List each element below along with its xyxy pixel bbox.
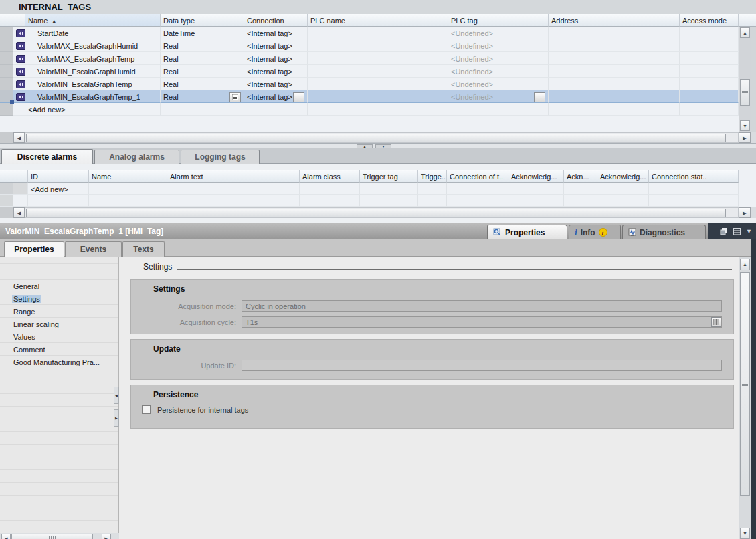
float-window-icon[interactable] [720,227,728,235]
tag-column-header-plcname[interactable]: PLC name [308,14,448,27]
tag-connection-cell[interactable]: <Internal tag> [244,52,308,65]
table-row[interactable]: ValorMIN_EscalaGraphHumid Real <Internal… [0,65,739,78]
tag-datatype-cell[interactable]: Real [161,52,244,65]
alarm-table-horizontal-scrollbar[interactable]: ◀ ▶ [0,207,756,218]
add-new-alarm-label[interactable]: <Add new> [28,183,89,195]
scroll-left-button[interactable]: ◀ [13,132,25,143]
tag-plctag-cell[interactable]: <Undefined> [448,39,549,52]
row-header[interactable] [0,52,13,65]
tag-accessmode-cell[interactable] [680,27,739,39]
tag-accessmode-cell[interactable] [680,90,739,103]
vertical-scroll-thumb[interactable] [740,79,750,106]
tag-plcname-cell[interactable] [308,52,448,65]
tag-column-header-accessmode[interactable]: Access mode [680,14,739,27]
pane-splitter[interactable]: ▲ ▼ [0,143,756,148]
vertical-scroll-thumb[interactable] [740,272,750,496]
tag-plctag-cell[interactable]: <Undefined> [448,65,549,78]
tag-accessmode-cell[interactable] [680,65,739,78]
tag-connection-cell[interactable]: <Internal tag> ... [244,90,308,103]
tag-accessmode-cell[interactable] [680,39,739,52]
table-row[interactable]: ValorMAX_EscalaGraphTemp Real <Internal … [0,52,739,65]
plctag-browse-button[interactable]: ... [534,92,545,102]
tag-address-cell[interactable] [549,78,680,90]
horizontal-scroll-thumb[interactable] [26,134,726,142]
tag-address-cell[interactable] [549,39,680,52]
persistence-checkbox[interactable] [142,405,151,414]
nav-horizontal-scrollbar[interactable]: ◀ ▶ [0,533,119,539]
tag-name-cell[interactable]: ValorMAX_EscalaGraphTemp [25,52,161,65]
scroll-right-button[interactable]: ▶ [102,534,111,539]
tag-plcname-cell[interactable] [308,65,448,78]
tag-plcname-cell[interactable] [308,27,448,39]
acquisition-mode-field[interactable]: Cyclic in operation [242,300,722,312]
add-new-tag-row[interactable]: <Add new> [0,103,739,116]
tag-datatype-cell[interactable]: Real [161,90,244,103]
tag-connection-cell[interactable]: <Internal tag> [244,78,308,90]
add-new-tag-label[interactable]: <Add new> [25,103,161,116]
row-header[interactable] [0,65,13,78]
scroll-right-button[interactable]: ▶ [739,132,751,143]
table-row[interactable]: StartDate DateTime <Internal tag> <Undef… [0,27,739,39]
tag-plctag-cell[interactable]: <Undefined> [448,52,549,65]
nav-item-good-manufacturing[interactable]: Good Manufacturing Pra... [0,356,118,368]
nav-item-comment[interactable]: Comment [0,343,118,356]
tag-datatype-cell[interactable]: DateTime [161,27,244,39]
scroll-left-button[interactable]: ◀ [1,534,11,539]
selection-handle[interactable] [10,100,14,104]
inspector-tab-properties[interactable]: Properties [487,225,567,239]
datatype-dropdown-button[interactable] [229,92,241,102]
tag-connection-cell[interactable]: <Internal tag> [244,27,308,39]
nav-item-settings[interactable]: Settings [0,292,118,305]
tag-table-horizontal-scrollbar[interactable]: ◀ ▶ [0,132,756,143]
scroll-track[interactable] [25,132,739,143]
tag-plcname-cell[interactable] [308,78,448,90]
tab-analog-alarms[interactable]: Analog alarms [94,150,179,164]
scroll-right-button[interactable]: ▶ [739,207,751,218]
alarm-column-header-triggertag[interactable]: Trigger tag [360,170,418,183]
alarm-column-header-acknowledge2[interactable]: Acknowledg... [597,170,649,183]
row-header[interactable] [0,78,13,90]
tag-plcname-cell[interactable] [308,90,448,103]
tag-name-cell[interactable]: ValorMIN_EscalaGraphHumid [25,65,161,78]
panel-collapse-icon[interactable]: ▼ [746,228,752,235]
tag-datatype-cell[interactable]: Real [161,39,244,52]
tag-connection-cell[interactable]: <Internal tag> [244,39,308,52]
tag-column-header-plctag[interactable]: PLC tag [448,14,549,27]
tag-name-cell[interactable]: ValorMAX_EscalaGraphHumid [25,39,161,52]
inspector-vertical-scrollbar[interactable]: ▲ ▼ [739,257,751,539]
tag-column-header-connection[interactable]: Connection [244,14,308,27]
tag-address-cell[interactable] [549,65,680,78]
scroll-down-button[interactable]: ▼ [740,120,750,131]
tag-address-cell[interactable] [549,52,680,65]
tag-name-cell[interactable]: StartDate [25,27,161,39]
tab-discrete-alarms[interactable]: Discrete alarms [1,149,93,164]
table-row[interactable]: ValorMAX_EscalaGraphHumid Real <Internal… [0,39,739,52]
scroll-track[interactable] [25,207,739,218]
tag-address-cell[interactable] [549,27,680,39]
table-row[interactable]: ValorMIN_EscalaGraphTemp Real <Internal … [0,78,739,90]
tag-plctag-cell[interactable]: <Undefined> ... [448,90,549,103]
nav-item-range[interactable]: Range [0,305,118,318]
tag-table-vertical-scrollbar[interactable]: ▲ ▼ [739,27,751,132]
tag-name-cell[interactable]: ValorMIN_EscalaGraphTemp_1 [25,90,161,103]
row-header[interactable] [0,27,13,39]
acquisition-cycle-picker-button[interactable] [711,317,721,327]
row-header[interactable] [0,39,13,52]
scroll-up-button[interactable]: ▲ [740,259,750,270]
scroll-left-button[interactable]: ◀ [13,207,25,218]
acquisition-cycle-field[interactable]: T1s [242,316,722,328]
menu-list-icon[interactable] [733,228,741,235]
alarm-column-header-trigger[interactable]: Trigge.. [418,170,447,183]
table-row-selected[interactable]: ValorMIN_EscalaGraphTemp_1 Real <Interna… [0,90,739,103]
scroll-up-button[interactable]: ▲ [740,27,750,38]
nav-item-values[interactable]: Values [0,330,118,343]
alarm-column-header-alarmclass[interactable]: Alarm class [300,170,360,183]
nav-collapse-left-button[interactable]: ◀ [114,387,119,404]
tab-logging-tags[interactable]: Logging tags [181,150,260,164]
tag-column-header-name[interactable]: Name ▲ [25,14,161,27]
alarm-column-header-id[interactable]: ID [28,170,89,183]
tag-address-cell[interactable] [549,90,680,103]
inspector-tab-diagnostics[interactable]: Diagnostics [622,225,706,239]
alarm-column-header-ackn[interactable]: Ackn... [564,170,597,183]
add-new-alarm-row[interactable]: <Add new> [0,183,756,195]
